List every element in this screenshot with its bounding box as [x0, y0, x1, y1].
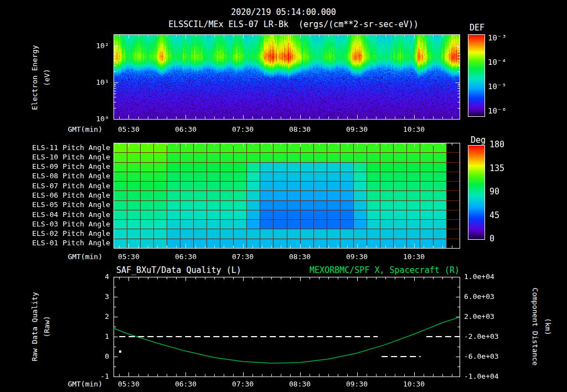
pitch-row-label: ELS-11 Pitch Angle	[0, 143, 110, 152]
x-tick-label: 10:30	[398, 252, 431, 261]
deg-colorbar-title: Deg	[471, 135, 486, 145]
distance-tick-label: 2.0e+03	[464, 312, 494, 321]
pitch-row-label: ELS-03 Pitch Angle	[0, 220, 110, 229]
pitch-row-label: ELS-08 Pitch Angle	[0, 172, 110, 180]
deg-tick-label: 0	[489, 234, 494, 243]
x-tick-label: 09:30	[341, 380, 374, 389]
plot-page: 2020/219 05:14:00.000 ELSSCIL/MEx ELS-07…	[0, 0, 567, 392]
x-tick-label: 06:30	[169, 380, 202, 389]
gmt-axis-label-spectrogram: GMT(min)	[0, 125, 102, 134]
gmt-axis-label-timeseries: GMT(min)	[0, 380, 102, 389]
x-tick-label: 05:30	[112, 252, 145, 261]
deg-tick-label: 180	[489, 140, 504, 149]
pitch-row-label: ELS-01 Pitch Angle	[0, 239, 110, 247]
component-distance-axis-units: (km)	[544, 318, 552, 335]
pitch-row-label: ELS-04 Pitch Angle	[0, 210, 110, 219]
timestamp-title: 2020/219 05:14:00.000	[0, 7, 567, 17]
def-tick-label: 10⁻⁴	[488, 58, 507, 66]
deg-colorbar	[468, 145, 484, 239]
deg-tick-label: 90	[489, 187, 499, 196]
def-tick-label: 10⁻⁵	[488, 82, 507, 91]
quality-tick-label: 3	[0, 292, 109, 301]
x-tick-label: 06:30	[169, 252, 202, 261]
x-tick-label: 07:30	[226, 252, 260, 261]
def-colorbar	[468, 34, 484, 116]
timeseries-right-title: MEXORBMC/SPF X, Spacecraft (R)	[238, 265, 460, 275]
x-tick-label: 08:30	[284, 125, 317, 134]
x-tick-label: 07:30	[226, 380, 260, 389]
x-tick-label: 09:30	[341, 252, 374, 261]
deg-tick-label: 45	[489, 211, 499, 220]
timeseries-left-title: SAF_BXuT/Data Quality (L)	[116, 265, 241, 275]
quality-tick-label: 4	[0, 272, 109, 281]
distance-tick-label: 1.0e+04	[464, 272, 494, 281]
pitch-row-label: ELS-07 Pitch Angle	[0, 182, 110, 190]
x-tick-label: 05:30	[112, 125, 145, 134]
def-tick-label: 10⁻⁶	[488, 106, 507, 115]
pitch-row-label: ELS-10 Pitch Angle	[0, 153, 110, 162]
energy-tick-label: 10⁰	[0, 115, 109, 123]
quality-tick-label: -1	[0, 372, 109, 381]
quality-tick-label: 2	[0, 312, 109, 321]
def-colorbar-title: DEF	[470, 23, 484, 33]
distance-tick-label: -6.0e+03	[464, 352, 499, 361]
raw-data-quality-axis-label: Raw Data Quality	[30, 292, 39, 361]
x-tick-label: 05:30	[112, 380, 145, 389]
distance-tick-label: -2.0e+03	[464, 332, 499, 341]
quality-tick-label: 1	[0, 332, 109, 341]
def-tick-label: 10⁻³	[488, 33, 507, 42]
plot-title: ELSSCIL/MEx ELS-07 LR-Bk (ergs/(cm**2-sr…	[20, 19, 567, 29]
pitch-angle-heatmap	[114, 143, 460, 248]
gmt-axis-label-pitch: GMT(min)	[0, 252, 102, 261]
energy-tick-label: 10¹	[0, 78, 109, 87]
x-tick-label: 06:30	[169, 125, 202, 134]
x-tick-label: 07:30	[226, 125, 260, 134]
pitch-row-label: ELS-02 Pitch Angle	[0, 229, 110, 238]
pitch-row-label: ELS-09 Pitch Angle	[0, 162, 110, 171]
deg-tick-label: 135	[489, 164, 504, 173]
x-tick-label: 09:30	[341, 125, 374, 134]
component-distance-axis-label: Component Distance	[531, 288, 539, 366]
quality-tick-label: 0	[0, 352, 109, 361]
distance-tick-label: -1.0e+04	[464, 372, 499, 381]
electron-energy-axis-label: Electron Energy	[30, 45, 39, 110]
x-tick-label: 08:30	[284, 252, 317, 261]
pitch-row-label: ELS-06 Pitch Angle	[0, 191, 110, 200]
x-tick-label: 08:30	[284, 380, 317, 389]
x-tick-label: 10:30	[398, 380, 431, 389]
distance-tick-label: 6.0e+03	[464, 292, 494, 301]
energy-spectrogram-heatmap	[114, 34, 460, 119]
x-tick-label: 10:30	[398, 125, 431, 134]
energy-tick-label: 10²	[0, 42, 109, 50]
pitch-row-label: ELS-05 Pitch Angle	[0, 200, 110, 209]
